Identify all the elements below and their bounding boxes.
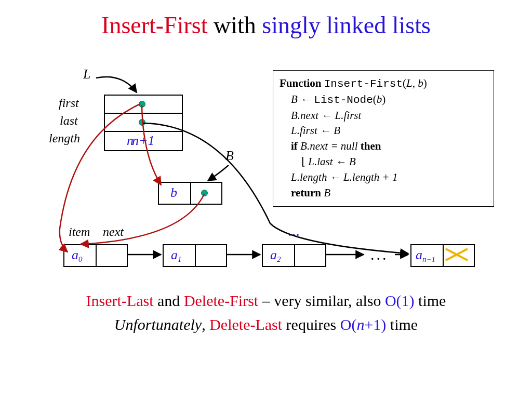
node-a0-label: a0	[72, 247, 83, 263]
pseudocode-box: Function Insert-First(L, b) B ← List-Nod…	[273, 70, 494, 207]
label-next: next	[103, 225, 124, 239]
code-line-6: ⌊ L.last ← B	[280, 154, 487, 170]
pointer-dot-last	[139, 119, 145, 126]
code-line-2: B ← List-Node(b)	[280, 92, 487, 108]
node-a1: a1	[163, 244, 227, 267]
node-a0: a0	[63, 244, 128, 267]
dots-blue: ...	[288, 222, 300, 240]
label-first: first	[59, 96, 79, 110]
node-an-label: an−1	[416, 247, 435, 263]
label-B: B	[225, 148, 234, 164]
code-line-3: B.next ← L.first	[280, 108, 487, 124]
label-length: length	[49, 131, 80, 145]
title-part3: singly linked lists	[262, 12, 431, 38]
code-line-5: if B.next = null then	[280, 139, 487, 154]
slide: Insert-First with singly linked lists Fu…	[0, 0, 532, 399]
slide-title: Insert-First with singly linked lists	[0, 11, 532, 39]
pointer-dot-B-next	[201, 190, 208, 196]
bottom-line-2: Unfortunately, Delete-Last requires O(n+…	[0, 316, 532, 334]
node-a2-label: a2	[270, 247, 281, 263]
code-line-7: L.length ← L.length + 1	[280, 170, 487, 185]
label-item: item	[69, 225, 90, 239]
struct-length-cell: n n+1	[104, 131, 183, 151]
label-last: last	[60, 114, 78, 128]
length-value: n+1	[132, 133, 155, 149]
node-a1-label: a1	[171, 247, 182, 263]
title-part2: with	[208, 12, 262, 38]
code-line-8: return B	[280, 185, 487, 201]
bottom-line-1: Insert-Last and Delete-First – very simi…	[0, 292, 532, 310]
node-B: b	[158, 182, 222, 205]
title-part1: Insert-First	[101, 12, 207, 38]
null-cross-icon	[444, 247, 470, 262]
code-line-1: Function Insert-First(L, b)	[280, 76, 487, 92]
dots-ellipsis: ...	[370, 246, 389, 263]
node-a2: a2	[262, 244, 326, 267]
code-line-4: L.first ← B	[280, 123, 487, 139]
node-B-item: b	[170, 185, 177, 201]
label-L: L	[83, 66, 90, 82]
pointer-dot-first	[139, 101, 145, 108]
